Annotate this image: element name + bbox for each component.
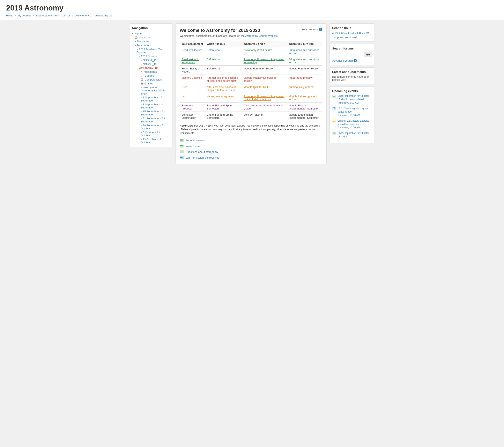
col-assignment: Your assignment (180, 41, 205, 47)
section-link-18[interactable]: 18 (355, 31, 358, 34)
nav-sep15[interactable]: > 15 September - 21 September (132, 109, 170, 117)
find-link[interactable]: Moodle Mastery Exercise for section (244, 76, 277, 82)
breadcrumb-home[interactable]: Home (6, 14, 13, 17)
svg-rect-2 (180, 140, 182, 140)
header: 2019 Astronomy Home / My courses / 2019 … (0, 0, 504, 20)
nav-natsci2[interactable]: > NatSci2_19 (132, 62, 170, 66)
welcome-heading: Welcome to Astronomy for 2019-2020 (180, 28, 260, 33)
event-link-chat13[interactable]: Chat Preparation for Chapter 13 should b… (338, 94, 369, 101)
nav-competencies[interactable]: ☑ Competencies (132, 78, 170, 82)
search-go-button[interactable]: Go (364, 52, 372, 57)
table-row: Forum Essay or Report Before chat Moodle… (180, 66, 322, 75)
nav-participants[interactable]: > Participants (132, 70, 170, 74)
svg-rect-20 (333, 121, 334, 121)
svg-rect-17 (333, 108, 334, 109)
nav-sep29[interactable]: > 29 September - 5 October (132, 123, 170, 130)
nav-academic-year[interactable]: ∨ 2019 Academic Year Courses (132, 47, 170, 54)
find-link[interactable]: Chat discussion/Student Survival Guide (244, 104, 283, 110)
section-link-2[interactable]: 2 (332, 31, 334, 34)
nav-astronomy19-active[interactable]: ∨ Astronomy_19 (132, 66, 170, 70)
nav-badges[interactable]: 🛡 Badges (132, 74, 170, 78)
forum-link-lab: Lab Permission slip received (180, 155, 322, 160)
find-link[interactable]: Moodle Quiz for Unit (244, 86, 268, 88)
section-link-40[interactable]: 40 (366, 31, 369, 34)
event-icon-chat13-due (332, 132, 336, 135)
svg-rect-4 (180, 145, 183, 146)
svg-rect-8 (180, 152, 182, 152)
assignment-link[interactable]: Read web lecture (181, 49, 202, 52)
svg-rect-22 (333, 133, 335, 133)
table-row: Read web lecture Before chat Astronomy W… (180, 47, 322, 56)
announcements-text: (No announcements have been posted yet.) (332, 75, 372, 81)
section-link-12[interactable]: 12 (344, 31, 347, 34)
nav-sep1[interactable]: > 1 September - 7 September (132, 96, 170, 103)
forum-icon-lab (180, 155, 184, 160)
event-item-lab: LAB: Observing Mercury and Venus is due … (332, 107, 372, 117)
nav-natsci1[interactable]: > NatSci1_19 (132, 58, 170, 62)
nav-2019-science[interactable]: ∨ 2019 Science (132, 54, 170, 58)
section-link-4[interactable]: 4 (334, 31, 336, 34)
nav-oct6[interactable]: > 6 October - 12 October (132, 130, 170, 138)
event-text-lab: LAB: Observing Mercury and Venus is due … (338, 107, 372, 117)
nav-grades[interactable]: ⊞ Grades (132, 82, 170, 86)
forum-links: Announcements News forum Questions about… (180, 138, 322, 160)
assignment-link[interactable]: Read textbook assignment (181, 58, 199, 64)
breadcrumb-academic-year[interactable]: 2019 Academic Year Courses (36, 14, 71, 17)
nav-dashboard[interactable]: 🏠 Dashboard (132, 35, 170, 39)
breadcrumb-astronomy19[interactable]: Astronomy_19 (95, 14, 112, 17)
find-link[interactable]: Astronomy Homework Assignment for meetin… (244, 58, 285, 64)
section-link-20[interactable]: 20 (359, 31, 361, 34)
event-item-mastery: Chapter 12 Mastery Exercise should be co… (332, 119, 372, 129)
breadcrumb-science[interactable]: 2019 Science (75, 14, 91, 17)
right-sidebar: Section links 2 4 6 8 10 12 14 16 18 20 … (329, 23, 375, 143)
nav-sep22[interactable]: > 22 September - 28 September (132, 117, 170, 123)
table-row: Quiz After chat discussions of chapter; … (180, 84, 322, 93)
event-time-lab: Tomorrow, 10:00 AM (338, 114, 360, 117)
event-text-mastery: Chapter 12 Mastery Exercise should be co… (338, 119, 372, 129)
col-turnin: Where you turn it in (287, 41, 322, 47)
svg-rect-11 (180, 157, 182, 158)
content-header: Welcome to Astronomy for 2019-2020 Your … (180, 28, 322, 33)
search-forums-widget: Search forums Go Advanced search ? (329, 44, 375, 65)
section-link-6[interactable]: 6 (336, 31, 338, 34)
event-item-chat13-due: Chat Preparation for Chapter 13 is due (332, 132, 372, 138)
forum-icon-announcements (180, 138, 184, 142)
section-link-10[interactable]: 10 (341, 31, 343, 34)
event-item-chat13: Chat Preparation for Chapter 13 should b… (332, 94, 372, 104)
event-icon-mastery (332, 119, 336, 123)
announcements-widget: Latest announcements (No announcements h… (329, 67, 375, 84)
nav-sep8[interactable]: > 8 September - 14 September (132, 103, 170, 109)
reminder-text: REMINDER: For LAB CREDIT, you must do at… (180, 124, 322, 135)
table-row: Mastery Exercise Attempt assigned sectio… (180, 75, 322, 84)
find-link[interactable]: Astronomy Web Lecture (244, 49, 272, 52)
section-link-14[interactable]: 14 (348, 31, 351, 34)
progress-label: Your progress ? (302, 28, 322, 31)
nav-oct13[interactable]: > 13 October - 19 October (132, 138, 170, 144)
svg-rect-14 (333, 96, 334, 96)
advanced-search-icon: ? (354, 59, 357, 62)
jump-to-current-week[interactable]: Jump to current week (332, 36, 358, 39)
svg-rect-19 (333, 120, 335, 120)
find-link[interactable]: Astronomy Homework Assignment Link to La… (244, 95, 285, 101)
section-link-8[interactable]: 8 (339, 31, 340, 34)
search-input[interactable] (332, 52, 363, 57)
event-link-mastery[interactable]: Chapter 12 Mastery Exercise should be co… (338, 119, 369, 126)
event-link-lab[interactable]: LAB: Observing Mercury and Venus is due (338, 107, 369, 113)
breadcrumb-mycourses[interactable]: My courses (18, 14, 31, 17)
nav-home[interactable]: ∨ Home (132, 32, 170, 35)
nav-welcome[interactable]: > Welcome to Astronomy for 2019-2020 (132, 86, 170, 96)
nav-site-pages[interactable]: > Site pages (132, 39, 170, 43)
table-row: Semester Examination End of Fall and Spr… (180, 112, 322, 121)
assignment-table: Your assignment When it is due Where you… (180, 41, 322, 121)
search-forums-title: Search forums (332, 47, 372, 50)
page-title: 2019 Astronomy (6, 4, 498, 12)
nav-my-courses[interactable]: ∨ My courses (132, 43, 170, 47)
advanced-search-link[interactable]: Advanced search ? (332, 59, 372, 62)
section-link-16[interactable]: 16 (351, 31, 354, 34)
upcoming-events-widget: Upcoming events Chat Preparation for Cha… (329, 86, 375, 143)
event-link-chat13-due[interactable]: Chat Preparation for Chapter 13 is due (338, 132, 369, 138)
svg-rect-7 (180, 151, 183, 151)
course-website-link[interactable]: Astronomy Course Website. (245, 34, 279, 37)
section-link-32[interactable]: 32 (362, 31, 365, 34)
progress-icon: ? (319, 28, 322, 31)
